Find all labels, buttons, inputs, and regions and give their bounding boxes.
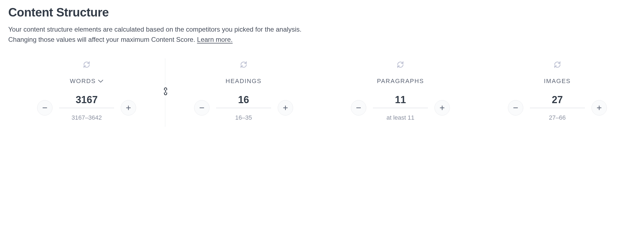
page-description: Your content structure elements are calc… (8, 24, 636, 45)
learn-more-link[interactable]: Learn more. (197, 36, 233, 43)
refresh-icon[interactable] (554, 61, 561, 68)
metric-images: IMAGES 27 27–66 (479, 61, 636, 121)
description-line-1: Your content structure elements are calc… (8, 26, 301, 33)
images-value[interactable]: 27 (530, 94, 585, 108)
headings-range: 16–35 (235, 114, 252, 121)
refresh-icon[interactable] (240, 61, 247, 68)
paragraphs-value[interactable]: 11 (373, 94, 428, 108)
headings-decrement-button[interactable] (194, 100, 210, 116)
paragraphs-label: PARAGRAPHS (377, 78, 424, 85)
paragraphs-stepper: 11 at least 11 (327, 94, 474, 121)
headings-label: HEADINGS (225, 78, 262, 85)
paragraphs-value-box: 11 at least 11 (373, 94, 428, 121)
words-increment-button[interactable] (121, 100, 136, 116)
paragraphs-decrement-button[interactable] (351, 100, 366, 116)
metric-headings: HEADINGS 16 16–35 (165, 61, 322, 121)
words-value[interactable]: 3167 (59, 94, 114, 108)
images-range: 27–66 (549, 114, 566, 121)
words-stepper: 3167 3167–3642 (13, 94, 160, 121)
paragraphs-label-row: PARAGRAPHS (377, 78, 424, 85)
headings-increment-button[interactable] (278, 100, 293, 116)
images-label: IMAGES (544, 78, 571, 85)
metric-paragraphs: PARAGRAPHS 11 at least 11 (322, 61, 479, 121)
paragraphs-increment-button[interactable] (434, 100, 450, 116)
headings-value[interactable]: 16 (216, 94, 271, 108)
words-decrement-button[interactable] (37, 100, 53, 116)
words-range: 3167–3642 (71, 114, 102, 121)
words-label: WORDS (70, 78, 96, 85)
refresh-icon[interactable] (83, 61, 90, 68)
refresh-icon[interactable] (397, 61, 404, 68)
description-line-2: Changing those values will affect your m… (8, 36, 197, 43)
paragraphs-range: at least 11 (386, 114, 414, 121)
metric-words: WORDS 3167 3167–3642 (8, 61, 165, 121)
words-label-row[interactable]: WORDS (70, 78, 103, 85)
chevron-down-icon (98, 79, 103, 83)
images-label-row: IMAGES (544, 78, 571, 85)
page-title: Content Structure (8, 6, 636, 19)
words-value-box: 3167 3167–3642 (59, 94, 114, 121)
link-toggle[interactable] (161, 85, 169, 97)
images-value-box: 27 27–66 (530, 94, 585, 121)
headings-label-row: HEADINGS (225, 78, 262, 85)
metrics-row: WORDS 3167 3167–3642 (8, 61, 636, 121)
headings-value-box: 16 16–35 (216, 94, 271, 121)
images-increment-button[interactable] (591, 100, 607, 116)
images-stepper: 27 27–66 (484, 94, 631, 121)
images-decrement-button[interactable] (508, 100, 523, 116)
headings-stepper: 16 16–35 (170, 94, 317, 121)
